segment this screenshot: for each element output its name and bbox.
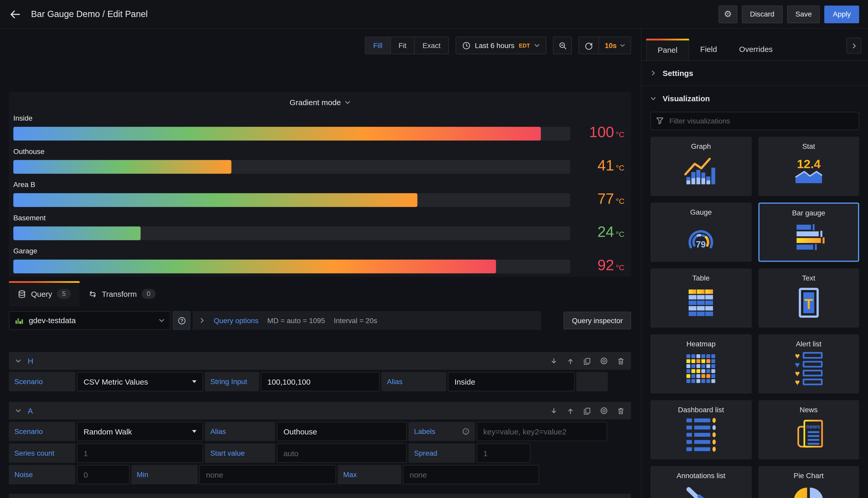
datasource-name: gdev-testdata xyxy=(29,316,76,325)
bar-gauge-value: 77°C xyxy=(570,192,627,208)
move-query-down-button[interactable] xyxy=(550,357,557,365)
series-count-label: Series count xyxy=(9,443,75,463)
panel-preview: Gradient mode Inside 100°C Outhouse xyxy=(9,92,631,277)
viz-card-heatmap[interactable]: Heatmap xyxy=(650,334,751,393)
alias-label: Alias xyxy=(381,372,446,391)
alias-label: Alias xyxy=(205,422,275,441)
viz-card-annotations-list[interactable]: Annotations list xyxy=(650,466,751,498)
refresh-interval-picker[interactable]: 10s xyxy=(599,41,631,50)
datasource-picker[interactable]: gdev-testdata xyxy=(9,311,171,330)
max-field[interactable] xyxy=(403,465,539,484)
alias-field[interactable] xyxy=(277,422,407,441)
query-options-strip[interactable]: Query options MD = auto = 1095 Interval … xyxy=(193,311,541,330)
panel-settings-button[interactable]: ⚙ xyxy=(719,5,737,23)
query-options-link[interactable]: Query options xyxy=(214,316,258,325)
min-field[interactable] xyxy=(199,465,336,484)
size-mode-fill[interactable]: Fill xyxy=(366,37,391,54)
refresh-button[interactable] xyxy=(579,37,599,54)
preview-toolbar: Fill Fit Exact Last 6 hours EDT xyxy=(0,29,641,62)
viz-card-bar-gauge[interactable]: Bar gauge xyxy=(758,202,859,262)
start-value-field[interactable] xyxy=(277,443,407,463)
collapse-sidebar-button[interactable] xyxy=(846,38,861,54)
query-row-b: B Scenario Random Walk Alias xyxy=(9,494,631,498)
series-count-field[interactable] xyxy=(77,443,203,463)
viz-card-title: Heatmap xyxy=(686,340,715,348)
section-visualization[interactable]: Visualization xyxy=(642,86,868,110)
svg-text:T: T xyxy=(804,296,813,312)
svg-text:?: ? xyxy=(180,318,183,323)
viz-card-pie-chart[interactable]: Pie Chart xyxy=(758,466,859,498)
scenario-select[interactable]: CSV Metric Values xyxy=(77,372,203,391)
viz-card-news[interactable]: News news xyxy=(758,400,859,459)
string-input-field[interactable] xyxy=(261,372,380,391)
tab-query[interactable]: Query 5 xyxy=(9,281,80,307)
move-query-up-button[interactable] xyxy=(567,357,574,365)
field-spacer xyxy=(576,372,608,391)
tab-field[interactable]: Field xyxy=(689,38,728,61)
spread-field[interactable] xyxy=(477,443,530,463)
scenario-select[interactable]: Random Walk xyxy=(77,422,203,441)
query-count-badge: 5 xyxy=(57,289,71,299)
chevron-down-icon xyxy=(15,359,21,363)
bar-fill xyxy=(13,260,496,274)
duplicate-query-button[interactable] xyxy=(583,357,591,365)
noise-field[interactable] xyxy=(77,465,130,484)
help-icon: ? xyxy=(177,316,186,325)
sidebar-tabs: Panel Field Overrides xyxy=(642,29,868,61)
labels-field[interactable] xyxy=(477,422,607,441)
duplicate-query-button[interactable] xyxy=(583,407,591,414)
arrow-left-icon xyxy=(9,8,21,20)
query-header[interactable]: A xyxy=(9,402,631,420)
tab-panel[interactable]: Panel xyxy=(646,38,689,61)
move-query-up-button[interactable] xyxy=(567,407,574,414)
viz-card-dashboard-list[interactable]: Dashboard list xyxy=(650,400,751,459)
bar-gauge-icon xyxy=(788,222,830,253)
query-header[interactable]: B xyxy=(9,494,631,498)
discard-button[interactable]: Discard xyxy=(742,5,783,23)
query-actions xyxy=(550,407,624,415)
query-inspector-button[interactable]: Query inspector xyxy=(564,312,631,329)
viz-card-graph[interactable]: Graph xyxy=(650,136,751,196)
size-mode-fit[interactable]: Fit xyxy=(391,37,415,54)
alias-field[interactable] xyxy=(448,372,575,391)
viz-card-text[interactable]: Text T xyxy=(758,268,859,328)
delete-query-button[interactable] xyxy=(617,357,624,365)
arrow-down-icon xyxy=(550,357,557,365)
time-range-picker[interactable]: Last 6 hours EDT xyxy=(456,36,547,54)
section-settings-label: Settings xyxy=(662,69,693,78)
viz-card-title: Text xyxy=(802,274,815,282)
bar-gauge-label: Inside xyxy=(13,114,627,123)
save-button[interactable]: Save xyxy=(787,5,820,23)
tab-overrides[interactable]: Overrides xyxy=(728,38,784,61)
spread-label: Spread xyxy=(408,443,475,463)
clock-icon xyxy=(462,41,471,50)
viz-card-table[interactable]: Table xyxy=(650,268,751,328)
scenario-label: Scenario xyxy=(9,372,75,391)
datasource-help-button[interactable]: ? xyxy=(173,311,190,330)
funnel-icon xyxy=(656,117,664,124)
filter-visualizations-input[interactable] xyxy=(650,112,859,130)
size-mode-exact[interactable]: Exact xyxy=(415,37,448,54)
copy-icon xyxy=(583,357,591,365)
apply-button[interactable]: Apply xyxy=(825,5,859,23)
bar-fill xyxy=(13,193,418,207)
panel-title-menu[interactable]: Gradient mode xyxy=(13,95,627,110)
query-header[interactable]: H xyxy=(9,352,631,370)
move-query-down-button[interactable] xyxy=(550,407,557,414)
query-fields: Series count Start value Spread xyxy=(9,443,631,463)
viz-card-stat[interactable]: Stat 12.4 xyxy=(758,136,859,196)
viz-card-title: Table xyxy=(692,274,710,282)
zoom-out-button[interactable] xyxy=(553,36,572,54)
viz-card-gauge[interactable]: Gauge 79 xyxy=(650,202,751,262)
delete-query-button[interactable] xyxy=(617,407,624,414)
svg-text:news: news xyxy=(806,424,820,430)
tab-transform[interactable]: Transform 0 xyxy=(80,281,164,307)
disable-query-button[interactable] xyxy=(600,357,608,365)
select-caret-icon xyxy=(192,380,197,383)
stat-icon: 12.4 xyxy=(788,156,830,186)
back-button[interactable] xyxy=(9,8,21,20)
query-fields: Scenario Random Walk Alias Labels i xyxy=(9,422,631,441)
section-settings[interactable]: Settings xyxy=(642,61,868,86)
disable-query-button[interactable] xyxy=(600,407,608,415)
viz-card-alert-list[interactable]: Alert list ♥ ♥ ♥ ♥ xyxy=(758,334,859,393)
